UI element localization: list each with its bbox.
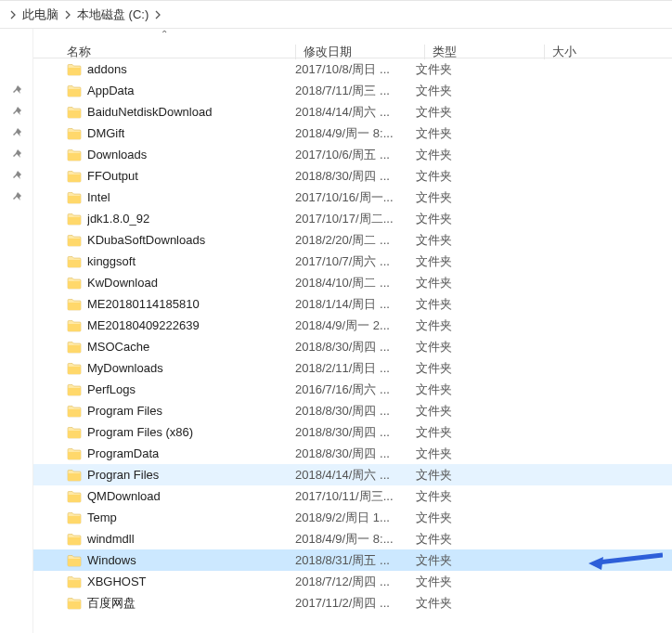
pin-icon[interactable] bbox=[0, 292, 33, 314]
table-row[interactable]: Windows2018/8/31/周五 ...文件夹 bbox=[33, 549, 672, 571]
pin-icon[interactable] bbox=[0, 186, 33, 207]
table-row[interactable]: XBGHOST2018/7/12/周四 ...文件夹 bbox=[33, 571, 672, 592]
cell-name[interactable]: MyDownloads bbox=[33, 361, 295, 376]
folder-icon bbox=[67, 254, 82, 269]
pin-icon[interactable] bbox=[0, 164, 33, 186]
pin-icon[interactable] bbox=[0, 250, 33, 271]
table-row[interactable]: ME201804092226392018/4/9/周一 2...文件夹 bbox=[33, 315, 672, 336]
chevron-right-icon[interactable] bbox=[6, 10, 20, 19]
table-row[interactable]: QMDownload2017/10/11/周三...文件夹 bbox=[33, 485, 672, 507]
table-row[interactable]: kinggsoft2017/10/7/周六 ...文件夹 bbox=[33, 251, 672, 272]
cell-name[interactable]: AppData bbox=[33, 84, 295, 98]
col-divider[interactable] bbox=[424, 45, 425, 59]
file-name: ProgramData bbox=[87, 446, 159, 460]
table-row[interactable]: Downloads2017/10/6/周五 ...文件夹 bbox=[33, 144, 672, 165]
pin-icon[interactable] bbox=[0, 207, 33, 228]
cell-name[interactable]: KDubaSoftDownloads bbox=[33, 233, 295, 248]
table-row[interactable]: PerfLogs2016/7/16/周六 ...文件夹 bbox=[33, 379, 672, 400]
cell-name[interactable]: MSOCache bbox=[33, 340, 295, 355]
cell-date: 2018/4/9/周一 2... bbox=[295, 317, 416, 334]
cell-name[interactable]: BaiduNetdiskDownload bbox=[33, 105, 295, 120]
col-divider[interactable] bbox=[544, 45, 545, 59]
cell-name[interactable]: kinggsoft bbox=[33, 254, 295, 269]
pin-icon[interactable] bbox=[0, 506, 33, 527]
cell-name[interactable]: ME20180409222639 bbox=[33, 318, 295, 333]
pin-icon[interactable] bbox=[0, 228, 33, 250]
pin-icon[interactable] bbox=[0, 420, 33, 442]
table-row[interactable]: windmdll2018/4/9/周一 8:...文件夹 bbox=[33, 528, 672, 549]
cell-name[interactable]: Temp bbox=[33, 510, 295, 525]
table-row[interactable]: MSOCache2018/8/30/周四 ...文件夹 bbox=[33, 336, 672, 357]
cell-name[interactable]: XBGHOST bbox=[33, 575, 295, 589]
cell-name[interactable]: PerfLogs bbox=[33, 382, 295, 397]
cell-name[interactable]: KwDownload bbox=[33, 276, 295, 291]
table-row[interactable]: Intel2017/10/16/周一...文件夹 bbox=[33, 187, 672, 208]
pin-icon[interactable] bbox=[0, 570, 33, 591]
pin-icon[interactable] bbox=[0, 549, 33, 570]
table-row[interactable]: MyDownloads2018/2/11/周日 ...文件夹 bbox=[33, 357, 672, 379]
chevron-right-icon[interactable] bbox=[150, 10, 165, 19]
table-row[interactable]: 百度网盘2017/11/2/周四 ...文件夹 bbox=[33, 592, 672, 614]
col-header-date[interactable]: 修改日期 bbox=[304, 44, 424, 60]
cell-name[interactable]: Program Files bbox=[33, 404, 295, 419]
cell-name[interactable]: windmdll bbox=[33, 532, 295, 547]
cell-name[interactable]: Progran Files bbox=[33, 468, 295, 483]
table-row[interactable]: Temp2018/9/2/周日 1...文件夹 bbox=[33, 507, 672, 528]
table-row[interactable]: KwDownload2018/4/10/周二 ...文件夹 bbox=[33, 272, 672, 293]
table-row[interactable]: jdk1.8.0_922017/10/17/周二...文件夹 bbox=[33, 208, 672, 229]
breadcrumb-seg-pc[interactable]: 此电脑 bbox=[20, 6, 60, 23]
pin-icon[interactable] bbox=[0, 591, 33, 613]
table-row[interactable]: FFOutput2018/8/30/周四 ...文件夹 bbox=[33, 165, 672, 187]
pin-icon[interactable] bbox=[0, 527, 33, 549]
cell-name[interactable]: jdk1.8.0_92 bbox=[33, 212, 295, 226]
pin-icon[interactable] bbox=[0, 442, 33, 463]
file-name: Windows bbox=[87, 553, 136, 567]
pin-icon[interactable] bbox=[0, 399, 33, 420]
cell-date: 2016/7/16/周六 ... bbox=[295, 381, 416, 398]
cell-type: 文件夹 bbox=[416, 403, 527, 420]
table-row[interactable]: Progran Files2018/4/14/周六 ...文件夹 bbox=[33, 464, 672, 485]
table-row[interactable]: AppData2018/7/11/周三 ...文件夹 bbox=[33, 80, 672, 101]
col-header-name[interactable]: ⌃ 名称 bbox=[33, 44, 295, 60]
table-row[interactable]: DMGift2018/4/9/周一 8:...文件夹 bbox=[33, 123, 672, 144]
address-bar[interactable]: 此电脑 本地磁盘 (C:) bbox=[0, 1, 672, 29]
pin-icon[interactable] bbox=[0, 463, 33, 484]
cell-name[interactable]: Program Files (x86) bbox=[33, 425, 295, 440]
pin-icon[interactable] bbox=[0, 122, 33, 143]
pin-icon[interactable] bbox=[0, 356, 33, 378]
cell-name[interactable]: FFOutput bbox=[33, 169, 295, 184]
cell-type: 文件夹 bbox=[416, 446, 527, 462]
table-row[interactable]: Program Files (x86)2018/8/30/周四 ...文件夹 bbox=[33, 421, 672, 443]
col-divider[interactable] bbox=[295, 45, 296, 59]
pin-icon[interactable] bbox=[0, 378, 33, 399]
table-row[interactable]: addons2017/10/8/周日 ...文件夹 bbox=[33, 58, 672, 80]
cell-name[interactable]: Intel bbox=[33, 190, 295, 205]
breadcrumb-seg-drive[interactable]: 本地磁盘 (C:) bbox=[75, 6, 150, 23]
cell-name[interactable]: ME20180114185810 bbox=[33, 297, 295, 312]
cell-name[interactable]: Windows bbox=[33, 553, 295, 568]
pin-icon[interactable] bbox=[0, 271, 33, 292]
cell-name[interactable]: 百度网盘 bbox=[33, 595, 295, 612]
cell-name[interactable]: QMDownload bbox=[33, 489, 295, 504]
cell-name[interactable]: ProgramData bbox=[33, 446, 295, 461]
table-row[interactable]: ME201801141858102018/1/14/周日 ...文件夹 bbox=[33, 293, 672, 315]
cell-name[interactable]: addons bbox=[33, 62, 295, 77]
table-row[interactable]: KDubaSoftDownloads2018/2/20/周二 ...文件夹 bbox=[33, 229, 672, 251]
pin-icon[interactable] bbox=[0, 100, 33, 122]
pin-icon[interactable] bbox=[0, 484, 33, 506]
pin-icon[interactable] bbox=[0, 143, 33, 164]
pin-icon[interactable] bbox=[0, 613, 33, 633]
chevron-right-icon[interactable] bbox=[60, 10, 75, 19]
cell-name[interactable]: Downloads bbox=[33, 148, 295, 162]
table-row[interactable]: Program Files2018/8/30/周四 ...文件夹 bbox=[33, 400, 672, 421]
cell-date: 2018/8/30/周四 ... bbox=[295, 403, 416, 420]
table-row[interactable]: ProgramData2018/8/30/周四 ...文件夹 bbox=[33, 443, 672, 464]
table-row[interactable]: BaiduNetdiskDownload2018/4/14/周六 ...文件夹 bbox=[33, 101, 672, 123]
col-header-type[interactable]: 类型 bbox=[433, 44, 544, 60]
pin-icon[interactable] bbox=[0, 335, 33, 356]
pin-icon[interactable] bbox=[0, 79, 33, 100]
cell-name[interactable]: DMGift bbox=[33, 126, 295, 141]
col-header-size[interactable]: 大小 bbox=[552, 44, 617, 60]
file-name: XBGHOST bbox=[87, 575, 147, 588]
pin-icon[interactable] bbox=[0, 314, 33, 335]
